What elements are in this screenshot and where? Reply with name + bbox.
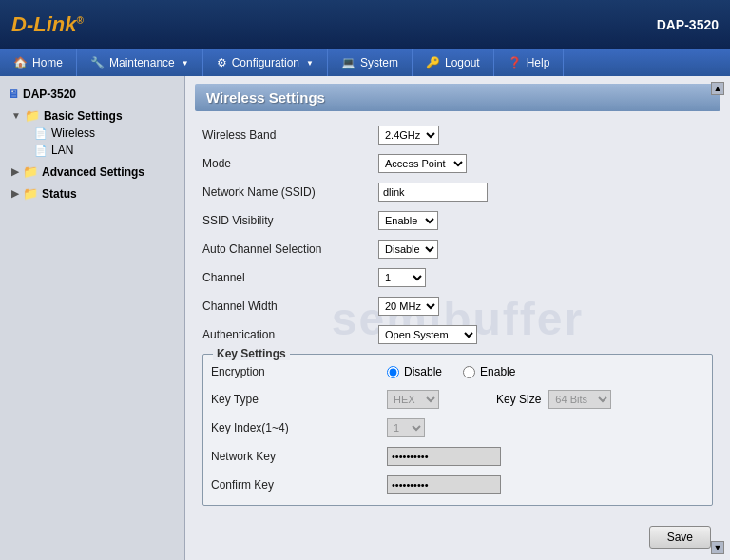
- sidebar-basic-label: Basic Settings: [44, 109, 123, 123]
- encryption-disable-radio[interactable]: [387, 366, 399, 378]
- save-button[interactable]: Save: [649, 526, 711, 549]
- page-title-bar: Wireless Settings: [195, 84, 720, 111]
- sidebar-item-wireless[interactable]: 📄 Wireless: [11, 125, 177, 142]
- help-icon: ❓: [508, 56, 522, 69]
- field-mode: Mode Access Point WDS WDS with AP: [195, 149, 720, 178]
- control-auto-channel: Enable Disable: [378, 240, 438, 259]
- select-key-type[interactable]: HEX ASCII: [387, 390, 439, 409]
- nav-help[interactable]: ❓ Help: [494, 49, 565, 76]
- select-channel-width[interactable]: 20 MHz 40 MHz: [378, 297, 439, 316]
- nav-maintenance-label: Maintenance: [109, 56, 175, 69]
- nav-system[interactable]: 💻 System: [328, 49, 413, 76]
- label-key-index: Key Index(1~4): [211, 421, 387, 434]
- field-confirm-key: Confirm Key: [203, 471, 712, 499]
- sidebar-group-basic: ▼ 📁 Basic Settings 📄 Wireless 📄 LAN: [0, 105, 184, 161]
- field-authentication: Authentication Open System WPA-Personal …: [195, 320, 720, 349]
- computer-icon: 🖥: [8, 87, 19, 101]
- save-area: Save: [195, 518, 720, 552]
- device-name: DAP-3520: [657, 17, 719, 32]
- sidebar-basic-settings-toggle[interactable]: ▼ 📁 Basic Settings: [11, 106, 177, 125]
- sidebar-group-advanced: ▶ 📁 Advanced Settings: [0, 161, 184, 183]
- field-encryption: Encryption Disable Enable: [203, 358, 712, 385]
- logo-reg: ®: [76, 15, 83, 26]
- label-key-type: Key Type: [211, 393, 387, 406]
- key-settings-legend: Key Settings: [213, 347, 290, 360]
- field-key-type-size: Key Type HEX ASCII Key Size 64 Bits: [203, 385, 712, 414]
- nav-configuration[interactable]: ⚙ Configuration ▼: [203, 49, 328, 76]
- sidebar-advanced-label: Advanced Settings: [42, 165, 144, 179]
- field-channel: Channel 1 2345 6789 1011: [195, 263, 720, 292]
- nav-maintenance[interactable]: 🔧 Maintenance ▼: [77, 49, 203, 76]
- select-auto-channel[interactable]: Enable Disable: [378, 240, 438, 259]
- expand-icon-status: ▶: [11, 188, 19, 199]
- label-mode: Mode: [202, 157, 378, 170]
- encryption-disable-label[interactable]: Disable: [387, 365, 442, 378]
- label-ssid-visibility: SSID Visibility: [202, 214, 378, 227]
- nav-help-label: Help: [527, 56, 550, 69]
- page-title: Wireless Settings: [206, 89, 709, 106]
- scroll-top-icon[interactable]: ▲: [711, 82, 724, 95]
- control-ssid-visibility: Enable Disable: [378, 211, 438, 230]
- configuration-arrow: ▼: [306, 59, 314, 68]
- control-network-key: [387, 447, 501, 466]
- select-authentication[interactable]: Open System WPA-Personal WPA2-Personal: [378, 325, 477, 344]
- control-key-index: 1 234: [387, 418, 425, 437]
- select-mode[interactable]: Access Point WDS WDS with AP: [378, 154, 467, 173]
- select-key-size[interactable]: 64 Bits 128 Bits: [548, 390, 611, 409]
- control-wireless-band: 2.4GHz 5GHz: [378, 126, 439, 145]
- label-channel-width: Channel Width: [202, 299, 378, 313]
- sidebar-advanced-settings-toggle[interactable]: ▶ 📁 Advanced Settings: [11, 163, 177, 181]
- field-ssid: Network Name (SSID): [195, 178, 720, 206]
- folder-icon-advanced: 📁: [23, 164, 38, 179]
- sidebar: 🖥 DAP-3520 ▼ 📁 Basic Settings 📄 Wireless…: [0, 76, 185, 560]
- control-channel: 1 2345 6789 1011: [378, 268, 426, 287]
- encryption-enable-text: Enable: [480, 365, 515, 378]
- control-confirm-key: [387, 475, 501, 494]
- sidebar-item-lan[interactable]: 📄 LAN: [11, 142, 177, 159]
- label-network-key: Network Key: [211, 450, 387, 463]
- expand-icon-basic: ▼: [11, 110, 21, 121]
- nav-home[interactable]: 🏠 Home: [0, 49, 77, 76]
- encryption-enable-radio[interactable]: [463, 366, 475, 378]
- field-channel-width: Channel Width 20 MHz 40 MHz: [195, 292, 720, 320]
- sidebar-basic-children: 📄 Wireless 📄 LAN: [11, 125, 177, 159]
- nav-logout[interactable]: 🔑 Logout: [413, 49, 494, 76]
- main-area: 🖥 DAP-3520 ▼ 📁 Basic Settings 📄 Wireless…: [0, 76, 730, 560]
- label-encryption: Encryption: [211, 365, 387, 378]
- label-key-size: Key Size: [496, 393, 541, 406]
- logout-icon: 🔑: [426, 56, 440, 69]
- input-network-key[interactable]: [387, 447, 501, 466]
- select-channel[interactable]: 1 2345 6789 1011: [378, 268, 426, 287]
- sidebar-status-toggle[interactable]: ▶ 📁 Status: [11, 184, 177, 203]
- input-confirm-key[interactable]: [387, 475, 501, 494]
- select-wireless-band[interactable]: 2.4GHz 5GHz: [378, 126, 439, 145]
- content-area: semibuffer ▲ Wireless Settings Wireless …: [185, 76, 730, 560]
- logo-text: D-Link: [11, 12, 76, 36]
- form-area: Wireless Band 2.4GHz 5GHz Mode: [195, 121, 720, 518]
- control-encryption: Disable Enable: [387, 365, 515, 378]
- select-ssid-visibility[interactable]: Enable Disable: [378, 211, 438, 230]
- encryption-disable-text: Disable: [404, 365, 442, 378]
- label-confirm-key: Confirm Key: [211, 478, 387, 492]
- file-icon-lan: 📄: [34, 145, 48, 157]
- sidebar-lan-label: LAN: [51, 144, 73, 157]
- control-authentication: Open System WPA-Personal WPA2-Personal: [378, 325, 477, 344]
- sidebar-root-item[interactable]: 🖥 DAP-3520: [0, 84, 184, 105]
- scroll-bottom-icon[interactable]: ▼: [711, 541, 724, 554]
- label-authentication: Authentication: [202, 328, 378, 341]
- select-key-index[interactable]: 1 234: [387, 418, 425, 437]
- navbar: 🏠 Home 🔧 Maintenance ▼ ⚙ Configuration ▼…: [0, 49, 730, 76]
- field-key-index: Key Index(1~4) 1 234: [203, 414, 712, 442]
- folder-icon-basic: 📁: [25, 108, 40, 123]
- nav-system-label: System: [360, 56, 398, 69]
- control-mode: Access Point WDS WDS with AP: [378, 154, 467, 173]
- encryption-enable-label[interactable]: Enable: [463, 365, 515, 378]
- nav-configuration-label: Configuration: [232, 56, 299, 69]
- home-icon: 🏠: [13, 56, 28, 69]
- file-icon-wireless: 📄: [34, 127, 48, 140]
- input-ssid[interactable]: [378, 183, 488, 202]
- system-icon: 💻: [341, 56, 355, 69]
- expand-icon-advanced: ▶: [11, 166, 19, 177]
- maintenance-arrow: ▼: [182, 59, 189, 68]
- folder-icon-status: 📁: [23, 186, 38, 201]
